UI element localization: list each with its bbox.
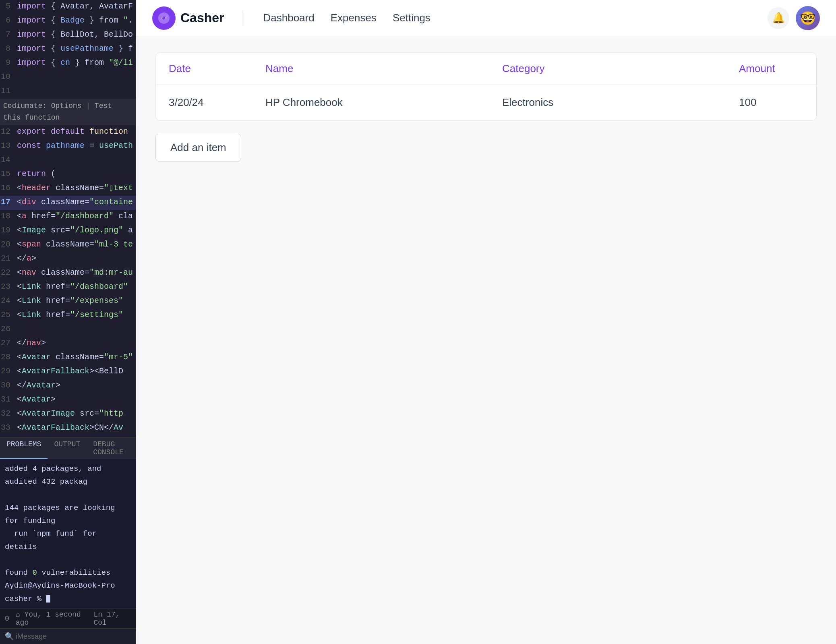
add-item-button[interactable]: Add an item	[155, 134, 241, 162]
code-line-29: 29 <AvatarFallback><BellD	[0, 365, 136, 379]
cell-name: HP Chromebook	[265, 96, 502, 109]
nav-link-expenses[interactable]: Expenses	[324, 8, 383, 27]
col-header-name: Name	[265, 62, 502, 75]
brand-name: Casher	[180, 10, 224, 25]
nav-divider	[242, 11, 242, 25]
code-line-16: 16 <header className="▯text-gr	[0, 182, 136, 196]
col-header-amount: Amount	[739, 62, 803, 75]
brand-logo	[152, 6, 176, 30]
svg-point-1	[162, 17, 166, 20]
code-line-8: 8 import { usePathname } from "nex	[0, 42, 136, 56]
code-line-9: 9 import { cn } from "@/lib/utils"	[0, 56, 136, 70]
terminal-line	[5, 553, 131, 566]
code-line-13: 13 const pathname = usePathname()	[0, 139, 136, 153]
nav-links: Dashboard Expenses Settings	[257, 8, 437, 27]
tab-output[interactable]: OUTPUT	[48, 438, 87, 459]
code-line-30: 30 </Avatar>	[0, 379, 136, 393]
nav-link-settings[interactable]: Settings	[386, 8, 437, 27]
expense-table: Date Name Category Amount 3/20/24 HP Chr…	[155, 52, 817, 121]
code-line-23: 23 <Link href="/dashboard"	[0, 280, 136, 294]
terminal-line: 144 packages are looking for funding	[5, 501, 131, 528]
bell-button[interactable]: 🔔	[768, 7, 789, 29]
terminal-panel: PROBLEMS OUTPUT DEBUG CONSOLE T added 4 …	[0, 437, 136, 609]
code-line-5: 5 import { Avatar, AvatarFallback,	[0, 0, 136, 14]
tab-problems[interactable]: PROBLEMS	[0, 438, 48, 459]
nav-right: 🔔 🤓	[768, 6, 820, 30]
terminal-content: added 4 packages, and audited 432 packag…	[0, 459, 136, 609]
terminal-tabs: PROBLEMS OUTPUT DEBUG CONSOLE T	[0, 438, 136, 459]
imessage-bar: 🔍 iMessage	[0, 628, 136, 644]
code-line-26: 26	[0, 323, 136, 337]
terminal-line: Aydin@Aydins-MacBook-Pro casher %	[5, 579, 131, 605]
code-line-17: 17 <div className="container mx	[0, 196, 136, 210]
terminal-line: found 0 vulnerabilities	[5, 566, 131, 579]
code-line-25: 25 <Link href="/settings"	[0, 309, 136, 323]
brand: Casher	[152, 6, 224, 30]
col-header-date: Date	[169, 62, 265, 75]
code-line-6: 6 import { Badge } from "./ui/badc	[0, 14, 136, 28]
main-content: Date Name Category Amount 3/20/24 HP Chr…	[136, 36, 836, 644]
code-line-15: 15 return (	[0, 168, 136, 182]
cell-amount: 100	[739, 96, 803, 109]
tab-debug-console[interactable]: DEBUG CONSOLE	[87, 438, 130, 459]
terminal-line: run `npm fund` for details	[5, 527, 131, 553]
code-line-21: 21 </a>	[0, 252, 136, 266]
status-git: ⌂ You, 1 second ago	[16, 611, 87, 627]
imessage-label: 🔍 iMessage	[5, 632, 47, 640]
cell-date: 3/20/24	[169, 96, 265, 109]
bell-icon: 🔔	[772, 12, 785, 24]
code-line-32: 32 <AvatarImage src="http	[0, 407, 136, 421]
app-panel: Casher Dashboard Expenses Settings 🔔 🤓 D…	[136, 0, 836, 644]
table-row: 3/20/24 HP Chromebook Electronics 100	[156, 85, 816, 120]
status-position: Ln 17, Col	[93, 611, 131, 627]
status-bar: 0 ⌂ You, 1 second ago Ln 17, Col	[0, 609, 136, 628]
user-avatar-button[interactable]: 🤓	[796, 6, 820, 30]
status-left: 0	[5, 615, 9, 623]
table-header: Date Name Category Amount	[156, 53, 816, 85]
avatar-emoji: 🤓	[800, 10, 816, 26]
code-line-22: 22 <nav className="md:mr-auto	[0, 266, 136, 280]
code-editor[interactable]: 5 import { Avatar, AvatarFallback, 6 imp…	[0, 0, 136, 437]
code-line-28: 28 <Avatar className="mr-5">	[0, 351, 136, 365]
codiumate-bar[interactable]: Codiumate: Options | Test this function	[0, 99, 136, 125]
code-line-24: 24 <Link href="/expenses"	[0, 294, 136, 309]
code-line-31: 31 <Avatar>	[0, 393, 136, 407]
terminal-line	[5, 488, 131, 501]
cell-category: Electronics	[502, 96, 739, 109]
nav-link-dashboard[interactable]: Dashboard	[257, 8, 321, 27]
code-line-33: 33 <AvatarFallback>CN</Av	[0, 421, 136, 435]
app-navbar: Casher Dashboard Expenses Settings 🔔 🤓	[136, 0, 836, 36]
col-header-category: Category	[502, 62, 739, 75]
code-line-27: 27 </nav>	[0, 337, 136, 351]
code-line-19: 19 <Image src="/logo.png" a	[0, 224, 136, 238]
code-editor-panel: 5 import { Avatar, AvatarFallback, 6 imp…	[0, 0, 136, 644]
code-line-7: 7 import { BellDot, BellDotIcon, B	[0, 28, 136, 42]
code-line-14: 14	[0, 153, 136, 168]
code-line-11: 11	[0, 85, 136, 99]
code-line-20: 20 <span className="ml-3 te	[0, 238, 136, 252]
code-line-18: 18 <a href="/dashboard" class	[0, 210, 136, 224]
code-line-10: 10	[0, 70, 136, 85]
code-line-12: 12 export default function Navbar()	[0, 125, 136, 139]
terminal-line: added 4 packages, and audited 432 packag	[5, 462, 131, 489]
brand-logo-icon	[157, 12, 170, 25]
